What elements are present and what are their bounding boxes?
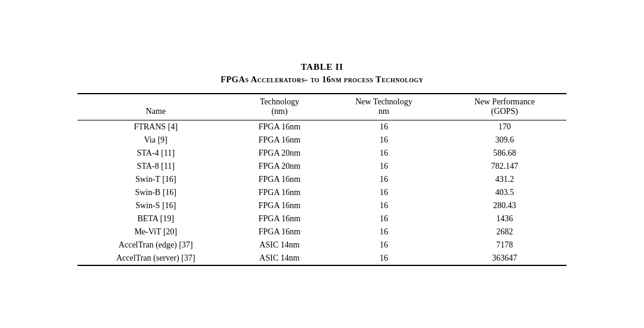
cell-new-technology: 16 <box>325 225 442 239</box>
cell-technology: FPGA 16nm <box>234 120 325 134</box>
cell-technology: FPGA 16nm <box>234 225 325 239</box>
cell-new-technology: 16 <box>325 173 442 186</box>
cell-new-performance: 1436 <box>442 212 566 225</box>
cell-new-performance: 431.2 <box>442 173 566 186</box>
table-row: FTRANS [4]FPGA 16nm16170 <box>78 120 566 134</box>
cell-name: Via [9] <box>78 134 234 147</box>
cell-new-technology: 16 <box>325 252 442 265</box>
cell-name: Me-ViT [20] <box>78 225 234 239</box>
cell-name: Swin-S [16] <box>78 199 234 212</box>
table-row: STA-4 [11]FPGA 20nm16586.68 <box>78 147 566 160</box>
cell-new-technology: 16 <box>325 199 442 212</box>
cell-new-technology: 16 <box>325 239 442 252</box>
table-subtitle: FPGAs Accelerators- to 16nm process Tech… <box>78 75 566 85</box>
table-row: Swin-T [16]FPGA 16nm16431.2 <box>78 173 566 186</box>
cell-new-performance: 403.5 <box>442 186 566 199</box>
cell-technology: FPGA 16nm <box>234 199 325 212</box>
cell-technology: FPGA 20nm <box>234 147 325 160</box>
cell-name: STA-4 [11] <box>78 147 234 160</box>
col-header-new-technology: New Technology nm <box>325 94 442 119</box>
table-row: BETA [19]FPGA 16nm161436 <box>78 212 566 225</box>
table-title: TABLE II <box>78 62 566 72</box>
cell-name: STA-8 [11] <box>78 160 234 173</box>
cell-name: FTRANS [4] <box>78 120 234 134</box>
col-header-technology: Technology (nm) <box>234 94 325 119</box>
col-header-new-performance: New Performance (GOPS) <box>442 94 566 119</box>
cell-technology: FPGA 20nm <box>234 160 325 173</box>
cell-name: Swin-T [16] <box>78 173 234 186</box>
cell-new-performance: 280.43 <box>442 199 566 212</box>
cell-new-performance: 2682 <box>442 225 566 239</box>
main-table: Name Technology (nm) New Technology nm N… <box>78 93 566 267</box>
cell-new-performance: 586.68 <box>442 147 566 160</box>
cell-technology: FPGA 16nm <box>234 186 325 199</box>
cell-name: AccelTran (edge) [37] <box>78 239 234 252</box>
cell-name: AccelTran (server) [37] <box>78 252 234 265</box>
cell-technology: ASIC 14nm <box>234 239 325 252</box>
page-container: TABLE II FPGAs Accelerators- to 16nm pro… <box>54 50 590 279</box>
cell-technology: FPGA 16nm <box>234 212 325 225</box>
table-row: Swin-S [16]FPGA 16nm16280.43 <box>78 199 566 212</box>
cell-new-performance: 7178 <box>442 239 566 252</box>
cell-new-performance: 170 <box>442 120 566 134</box>
cell-new-technology: 16 <box>325 160 442 173</box>
cell-new-performance: 309.6 <box>442 134 566 147</box>
cell-new-performance: 782.147 <box>442 160 566 173</box>
cell-technology: ASIC 14nm <box>234 252 325 265</box>
cell-name: Swin-B [16] <box>78 186 234 199</box>
col-header-name: Name <box>78 94 234 119</box>
cell-new-technology: 16 <box>325 147 442 160</box>
cell-new-technology: 16 <box>325 120 442 134</box>
table-row: Via [9]FPGA 16nm16309.6 <box>78 134 566 147</box>
table-row: AccelTran (edge) [37]ASIC 14nm167178 <box>78 239 566 252</box>
table-row: STA-8 [11]FPGA 20nm16782.147 <box>78 160 566 173</box>
cell-new-technology: 16 <box>325 212 442 225</box>
cell-technology: FPGA 16nm <box>234 134 325 147</box>
table-row: Swin-B [16]FPGA 16nm16403.5 <box>78 186 566 199</box>
table-row: Me-ViT [20]FPGA 16nm162682 <box>78 225 566 239</box>
cell-technology: FPGA 16nm <box>234 173 325 186</box>
cell-new-technology: 16 <box>325 186 442 199</box>
cell-new-performance: 363647 <box>442 252 566 265</box>
cell-name: BETA [19] <box>78 212 234 225</box>
table-row: AccelTran (server) [37]ASIC 14nm16363647 <box>78 252 566 265</box>
cell-new-technology: 16 <box>325 134 442 147</box>
